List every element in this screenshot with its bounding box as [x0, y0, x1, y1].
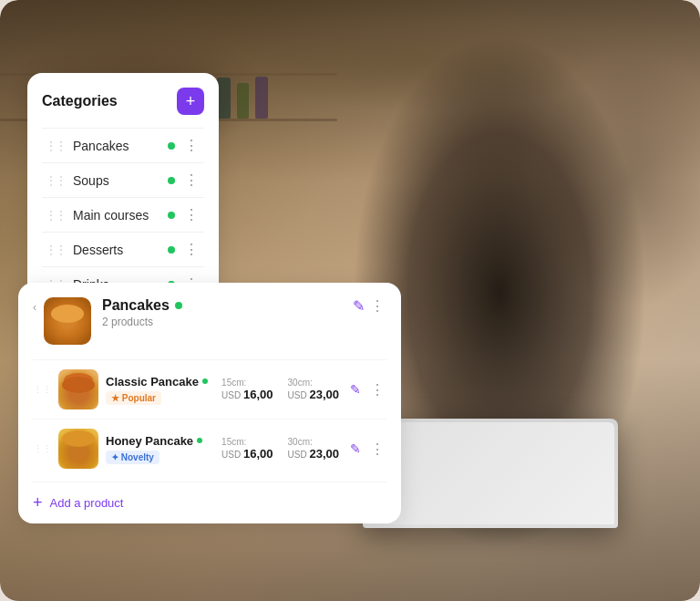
product-status-dot-0 — [202, 378, 208, 384]
more-btn-soups[interactable]: ⋮ — [182, 171, 201, 189]
product-edit-icon-1[interactable]: ✎ — [350, 441, 361, 456]
price-group: 30cm: USD 23,00 — [288, 437, 339, 461]
category-more-button[interactable]: ⋮ — [368, 297, 386, 315]
price-group: 30cm: USD 23,00 — [288, 378, 339, 401]
product-info-0: Classic Pancake ★ Popular — [106, 375, 214, 405]
more-btn-pancakes[interactable]: ⋮ — [182, 137, 201, 154]
product-more-btn-1[interactable]: ⋮ — [368, 440, 386, 458]
price-size: 15cm: — [221, 378, 246, 388]
category-list: ⋮⋮ Pancakes ⋮ ⋮⋮ Soups ⋮ ⋮⋮ Main courses… — [42, 128, 204, 301]
price-value: USD 16,00 — [221, 388, 273, 401]
add-product-label: Add a product — [50, 496, 124, 510]
drag-handle-main-courses: ⋮⋮ — [46, 209, 66, 222]
price-group: 15cm: USD 16,00 — [221, 437, 273, 461]
products-panel: ‹ Pancakes 2 products ✎ ⋮ ⋮⋮ Classic Pan… — [18, 283, 401, 523]
status-dot-pancakes — [168, 142, 175, 150]
category-label-soups: Soups — [73, 173, 168, 188]
product-badge-1: ✦ Novelty — [106, 451, 160, 464]
price-group: 15cm: USD 16,00 — [221, 378, 273, 401]
product-status-dot-1 — [197, 438, 202, 443]
product-info-1: Honey Pancake ✦ Novelty — [106, 434, 214, 464]
product-image-1 — [58, 429, 98, 469]
category-label-main-courses: Main courses — [73, 208, 168, 223]
more-btn-desserts[interactable]: ⋮ — [182, 241, 201, 258]
drag-handle-desserts: ⋮⋮ — [46, 244, 66, 256]
product-row-1: ⋮⋮ Honey Pancake ✦ Novelty 15cm: USD 16,… — [33, 419, 386, 478]
chevron-icon: ‹ — [33, 301, 36, 314]
price-size: 30cm: — [288, 437, 313, 447]
product-edit-icon-0[interactable]: ✎ — [350, 382, 361, 397]
status-dot-soups — [168, 177, 175, 184]
product-row-0: ⋮⋮ Classic Pancake ★ Popular 15cm: USD 1… — [33, 359, 386, 419]
add-category-button[interactable]: + — [177, 88, 204, 115]
product-name-1: Honey Pancake — [106, 434, 214, 448]
price-value: USD 23,00 — [288, 388, 339, 401]
edit-category-icon[interactable]: ✎ — [353, 297, 365, 315]
add-product-row[interactable]: + Add a product — [33, 482, 386, 513]
product-image-0 — [58, 369, 98, 409]
product-name-0: Classic Pancake — [106, 375, 214, 389]
product-badge-0: ★ Popular — [106, 391, 161, 405]
status-dot-main-courses — [168, 212, 175, 219]
sidebar-item-main-courses[interactable]: ⋮⋮ Main courses ⋮ — [42, 197, 204, 232]
drag-handle-pancakes: ⋮⋮ — [46, 140, 66, 152]
more-btn-main-courses[interactable]: ⋮ — [182, 206, 201, 223]
product-drag-handle: ⋮⋮ — [33, 443, 51, 455]
price-value: USD 16,00 — [221, 447, 273, 461]
sidebar-item-desserts[interactable]: ⋮⋮ Desserts ⋮ — [42, 232, 204, 266]
categories-panel: Categories + ⋮⋮ Pancakes ⋮ ⋮⋮ Soups ⋮ ⋮⋮… — [27, 73, 219, 316]
drag-handle-soups: ⋮⋮ — [46, 174, 66, 187]
price-value: USD 23,00 — [288, 447, 339, 461]
category-label-pancakes: Pancakes — [73, 139, 168, 153]
products-category-info: Pancakes 2 products — [102, 297, 353, 328]
categories-title: Categories — [42, 93, 118, 109]
products-category-name: Pancakes — [102, 297, 353, 314]
products-actions: ✎ ⋮ — [353, 297, 386, 315]
status-dot-desserts — [168, 246, 175, 254]
price-size: 30cm: — [288, 378, 313, 388]
sidebar-item-soups[interactable]: ⋮⋮ Soups ⋮ — [42, 162, 204, 197]
product-more-btn-0[interactable]: ⋮ — [368, 381, 386, 399]
products-count: 2 products — [102, 316, 353, 328]
category-status-dot — [175, 302, 182, 309]
category-label-desserts: Desserts — [73, 243, 168, 257]
add-product-icon: + — [33, 493, 43, 513]
product-prices-1: 15cm: USD 16,00 30cm: USD 23,00 — [221, 437, 339, 461]
product-list: ⋮⋮ Classic Pancake ★ Popular 15cm: USD 1… — [33, 359, 386, 478]
categories-header: Categories + — [42, 88, 204, 115]
price-size: 15cm: — [221, 437, 246, 447]
product-drag-handle: ⋮⋮ — [33, 384, 51, 396]
products-header: ‹ Pancakes 2 products ✎ ⋮ — [33, 297, 386, 348]
sidebar-item-pancakes[interactable]: ⋮⋮ Pancakes ⋮ — [42, 128, 204, 162]
product-prices-0: 15cm: USD 16,00 30cm: USD 23,00 — [221, 378, 339, 401]
